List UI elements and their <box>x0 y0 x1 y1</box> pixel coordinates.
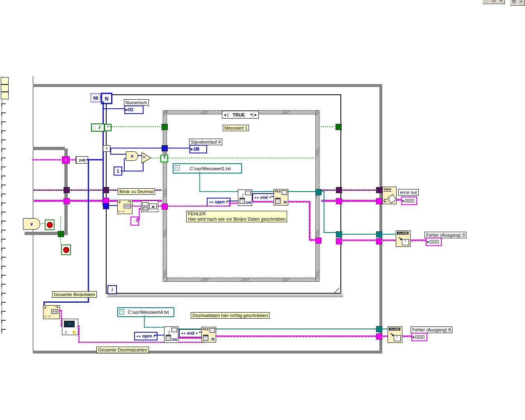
stop-dot-icon <box>63 247 69 253</box>
stop-button-2[interactable] <box>61 244 71 255</box>
left-strip-tick <box>1 257 6 260</box>
width-span-icon: ⊢⊣ <box>119 210 124 213</box>
numeric-indicator-label: Numerisch <box>124 99 149 106</box>
wire-refnum2-long <box>215 329 377 329</box>
while-loop-border-right[interactable] <box>379 84 382 354</box>
error-cluster-icon <box>429 240 432 244</box>
file-close-node[interactable]: CLOSE ↘ ≡ <box>396 231 411 247</box>
concatenate-strings-node[interactable]: → → ▮▮ <box>141 201 158 212</box>
document-icon: ≡ <box>394 335 401 341</box>
wire-visa-right <box>321 189 377 191</box>
wire-eol-in <box>139 208 142 209</box>
file-open-node-2[interactable]: ⤴ ON <box>164 326 178 343</box>
wire-error2-b <box>381 336 388 337</box>
for-loop-border-bottom[interactable] <box>106 293 341 294</box>
path-icon: b <box>119 309 124 315</box>
file-write-node[interactable]: FILE III <box>274 189 288 205</box>
floppy-icon <box>203 335 208 341</box>
visa-close-node[interactable]: VISA C ≡ <box>382 187 397 204</box>
boolean-false-constant[interactable]: F <box>91 123 105 132</box>
waveform-display-node[interactable]: ≈ 1 <box>62 319 78 335</box>
numeric-constant-98[interactable]: 98 <box>91 94 100 102</box>
case-dropdown-icon[interactable]: ▼ <box>249 113 253 116</box>
left-strip-tick <box>1 266 6 269</box>
case-next-arrow-icon[interactable]: ► <box>253 113 258 117</box>
loop-tunnel-visa <box>64 187 70 193</box>
case-selector-label[interactable]: TRUE <box>228 112 249 117</box>
enum-dropdown-icon: ▼ <box>195 332 198 335</box>
file-open-node[interactable]: ⤴ ON <box>238 189 252 206</box>
for-loop-shadow-line <box>107 295 343 295</box>
i32-indicator[interactable]: ▶I32 <box>124 105 144 114</box>
while-tunnel-error <box>376 198 382 204</box>
open-enum-constant[interactable]: ◄► open ▼ <box>207 198 231 206</box>
boolean-grid-icon <box>92 126 96 130</box>
case-prev-arrow-icon[interactable]: ◄ <box>222 113 228 117</box>
concat-output-icon: ▮▮ <box>149 203 157 209</box>
wire-refnum-down <box>324 191 324 233</box>
restore-button-2[interactable]: ❐ <box>510 0 518 6</box>
wire-open-mode <box>227 201 238 201</box>
fehler9-indicator[interactable]: ▶ <box>426 237 442 246</box>
wire-byte-array <box>87 159 103 160</box>
file-write-node-2[interactable]: FILE III <box>201 327 216 342</box>
error-cluster-icon <box>436 240 439 244</box>
close-button-2[interactable]: × <box>517 0 525 6</box>
enum-swap-icon: ◄► <box>180 332 186 335</box>
path-constant-messwert4[interactable]: b C:\usr\Messwert4.txt <box>117 307 174 317</box>
enum-swap-icon: ◄► <box>254 196 260 199</box>
fehler-comment: FEHLER Hier wird nach wie vor Binäre Dat… <box>186 211 287 222</box>
fehler8-indicator[interactable]: ▶ <box>411 333 427 341</box>
shift-register[interactable]: ▲ <box>62 156 70 164</box>
while-loop-border-bottom[interactable] <box>33 351 382 354</box>
number-to-string-node-2[interactable]: # ↷ 999 ⊢⊣ <box>43 305 60 319</box>
left-strip-tick <box>1 103 6 107</box>
and-gate[interactable]: ∧ <box>126 151 138 161</box>
error-cluster-icon <box>415 335 418 339</box>
document-icon: ≡ <box>402 239 409 245</box>
end-enum-constant[interactable]: ◄► end ▼ <box>252 193 275 202</box>
file-close-node-2[interactable]: CLOSE ↘ ≡ <box>388 326 402 343</box>
restore-button[interactable]: ❐ <box>490 0 498 4</box>
fehler8-label: Fehler (Ausgang) 8 <box>411 326 452 333</box>
case-structure-border-bottom[interactable] <box>163 278 319 281</box>
minimize-button[interactable]: _ <box>482 0 490 4</box>
left-strip-tick <box>1 239 6 242</box>
boolean-dropdown-icon[interactable]: ▼ <box>104 124 112 131</box>
enum-swap-icon: ◄► <box>208 201 214 203</box>
left-strip-tick <box>1 185 6 188</box>
left-strip-tick <box>1 311 6 314</box>
end-of-line-constant[interactable]: → <box>130 217 139 226</box>
wire-error-file-out <box>288 201 310 203</box>
wire-error-open-file <box>251 201 274 203</box>
left-strip-label <box>1 77 9 84</box>
wire-error-right <box>321 200 377 202</box>
for-loop-iteration-terminal[interactable]: i <box>107 285 117 294</box>
wire-byte-array-down <box>88 160 89 303</box>
inner-while-border-top[interactable] <box>33 147 65 150</box>
while-loop-border-top[interactable] <box>33 84 382 87</box>
case-selector[interactable]: ◄ TRUE ▼ ► <box>222 111 259 119</box>
wire-path-down <box>199 172 200 192</box>
or-gate[interactable]: ∨ <box>23 218 40 230</box>
wire-eq-out-dotted <box>151 158 161 158</box>
for-loop-border-top[interactable] <box>106 94 341 95</box>
error-out-indicator[interactable]: ▶ <box>401 196 417 205</box>
case-structure-border-left[interactable] <box>163 111 167 281</box>
floppy-icon <box>240 198 245 204</box>
open-enum-constant-2[interactable]: ◄► open ▼ <box>134 332 158 340</box>
stop-button[interactable] <box>45 219 55 230</box>
wire-error9-r1 <box>341 240 377 241</box>
left-strip-tick <box>1 212 6 215</box>
left-strip-tick <box>1 275 6 278</box>
wire-to-999 <box>103 205 118 206</box>
close-button[interactable]: × <box>497 0 505 4</box>
indicator-arrow-icon: ▶ <box>402 199 404 203</box>
path-constant-messwert1[interactable]: b C:\usr\Messwert1.txt <box>173 163 242 173</box>
number-to-string-node[interactable]: # ↷ 999 ⊢⊣ <box>117 200 132 214</box>
equal-glyph: = <box>143 155 145 160</box>
case-structure-border-right[interactable] <box>316 111 319 281</box>
u8-indicator[interactable]: ▶U8 <box>189 145 207 153</box>
end-enum-constant-2[interactable]: ◄► end ▼ <box>179 329 202 338</box>
left-strip-tick <box>1 139 6 143</box>
